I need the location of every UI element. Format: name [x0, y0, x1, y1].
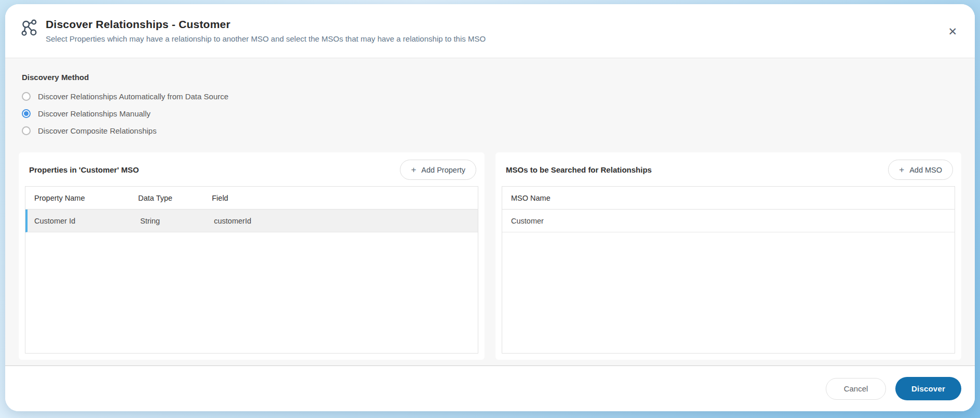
- close-icon[interactable]: ✕: [948, 26, 957, 37]
- dialog-title: Discover Relationships - Customer: [46, 18, 959, 31]
- column-header-data-type: Data Type: [129, 194, 203, 202]
- msos-table: MSO Name Customer: [502, 186, 955, 354]
- column-header-field: Field: [203, 194, 478, 202]
- panels-row: Properties in 'Customer' MSO + Add Prope…: [19, 152, 961, 360]
- discover-button[interactable]: Discover: [895, 377, 961, 400]
- radio-label: Discover Composite Relationships: [38, 126, 156, 135]
- add-mso-label: Add MSO: [909, 166, 942, 174]
- properties-panel: Properties in 'Customer' MSO + Add Prope…: [19, 152, 485, 360]
- radio-circle-selected-icon[interactable]: [22, 109, 31, 118]
- cell-data-type: String: [131, 217, 205, 225]
- properties-panel-header: Properties in 'Customer' MSO + Add Prope…: [25, 158, 478, 186]
- table-row[interactable]: Customer: [502, 210, 955, 232]
- dialog-body: Discovery Method Discover Relationships …: [5, 58, 975, 365]
- radio-circle-icon[interactable]: [22, 92, 31, 101]
- radio-discover-automatically[interactable]: Discover Relationships Automatically fro…: [22, 88, 961, 105]
- msos-table-header: MSO Name: [502, 187, 955, 210]
- radio-circle-icon[interactable]: [22, 126, 31, 135]
- radio-discover-composite[interactable]: Discover Composite Relationships: [22, 122, 961, 139]
- plus-icon: +: [899, 165, 904, 174]
- dialog-subtitle: Select Properties which may have a relat…: [46, 34, 959, 43]
- column-header-property-name: Property Name: [25, 194, 129, 202]
- discovery-method-label: Discovery Method: [22, 73, 961, 82]
- properties-table: Property Name Data Type Field Customer I…: [25, 186, 478, 354]
- header-titles: Discover Relationships - Customer Select…: [46, 18, 959, 43]
- relationships-graph-icon: [21, 19, 38, 36]
- table-row[interactable]: Customer Id String customerId: [25, 210, 478, 232]
- discover-relationships-dialog: Discover Relationships - Customer Select…: [5, 4, 975, 411]
- msos-panel-title: MSOs to be Searched for Relationships: [506, 165, 652, 174]
- cell-field: customerId: [205, 217, 478, 225]
- column-header-mso-name: MSO Name: [502, 194, 955, 202]
- radio-label: Discover Relationships Manually: [38, 109, 151, 118]
- dialog-footer: Cancel Discover: [5, 365, 975, 411]
- msos-panel: MSOs to be Searched for Relationships + …: [495, 152, 961, 360]
- radio-discover-manually[interactable]: Discover Relationships Manually: [22, 105, 961, 122]
- properties-table-header: Property Name Data Type Field: [25, 187, 478, 210]
- cell-property-name: Customer Id: [28, 217, 131, 225]
- properties-panel-title: Properties in 'Customer' MSO: [29, 165, 139, 174]
- radio-label: Discover Relationships Automatically fro…: [38, 92, 229, 101]
- dialog-header: Discover Relationships - Customer Select…: [5, 4, 975, 58]
- add-property-button[interactable]: + Add Property: [400, 160, 476, 180]
- cancel-button[interactable]: Cancel: [826, 378, 886, 400]
- add-mso-button[interactable]: + Add MSO: [888, 160, 953, 180]
- msos-panel-header: MSOs to be Searched for Relationships + …: [502, 158, 955, 186]
- add-property-label: Add Property: [421, 166, 465, 174]
- cell-mso-name: Customer: [502, 217, 955, 225]
- plus-icon: +: [411, 165, 416, 174]
